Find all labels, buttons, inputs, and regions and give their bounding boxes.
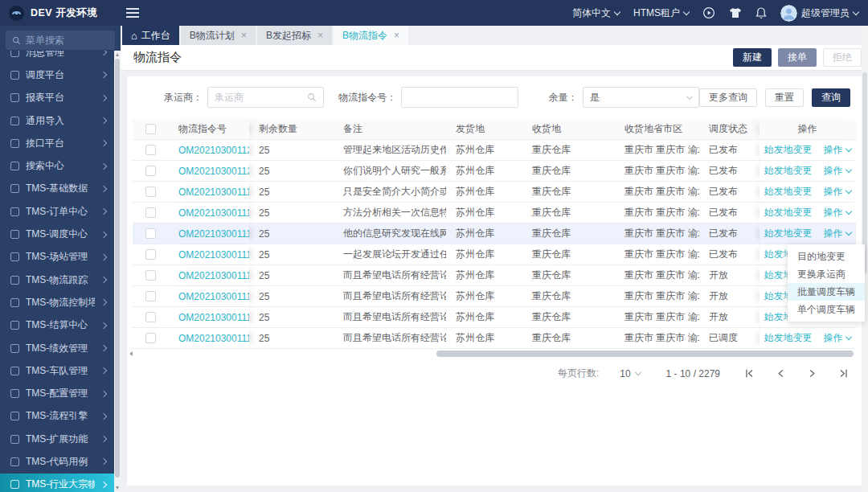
instruction-no-link[interactable]: OM202103001119 (178, 187, 249, 198)
dispatch-status-cell: 已发布 (699, 182, 760, 202)
user-menu[interactable]: 超级管理员 (780, 5, 858, 22)
sidebar-item-general-import[interactable]: 通用导入 (0, 109, 114, 132)
chevron-right-icon (100, 367, 107, 374)
instruction-no-link[interactable]: OM202103001113 (178, 312, 249, 323)
carrier-input[interactable]: 承运商 (207, 87, 324, 108)
row-more-actions-link[interactable]: 操作 (824, 227, 851, 240)
scroll-up-icon[interactable] (116, 53, 119, 56)
sidebar-item-tms-bulk-logistics[interactable]: TMS-行业大宗物流 (0, 474, 114, 492)
dropdown-item[interactable]: 单个调度车辆 (788, 301, 865, 318)
sidebar-item-tms-config-mgmt[interactable]: TMS-配置管理 (0, 382, 114, 404)
row-more-actions-link[interactable]: 操作 (824, 143, 851, 157)
sidebar-scrollbar[interactable] (114, 51, 121, 492)
row-more-actions-link[interactable]: 操作 (824, 164, 851, 178)
close-icon[interactable]: × (394, 30, 399, 41)
row-checkbox[interactable] (145, 166, 156, 176)
guide-play-icon[interactable] (702, 6, 715, 19)
prev-page-button[interactable] (776, 368, 786, 379)
instruction-no-link[interactable]: OM202103001116 (178, 249, 249, 260)
row-more-actions-link[interactable]: 操作 (824, 185, 851, 199)
sidebar-scroll-handle[interactable] (115, 59, 120, 478)
row-checkbox[interactable] (145, 249, 156, 260)
rows-per-page-select[interactable]: 10 (620, 368, 640, 379)
origin-change-link[interactable]: 始发地变更 (764, 164, 813, 178)
chevron-right-icon (100, 186, 107, 192)
instruction-no-link[interactable]: OM202103001121 (178, 145, 249, 156)
select-all-checkbox[interactable] (145, 124, 156, 134)
instruction-no-link[interactable]: OM202103001117 (178, 228, 249, 240)
query-button[interactable]: 查询 (812, 88, 850, 107)
row-checkbox[interactable] (145, 291, 156, 301)
origin-change-link[interactable]: 始发地变更 (764, 185, 813, 199)
tab-2[interactable]: B发起招标× (257, 26, 332, 45)
remain-select[interactable]: 是 (583, 87, 699, 108)
sidebar-item-tms-control-tower[interactable]: TMS-物流控制塔 (0, 291, 114, 314)
origin-change-link[interactable]: 始发地变更 (764, 331, 813, 345)
reset-button[interactable]: 重置 (765, 88, 804, 107)
row-checkbox[interactable] (145, 228, 156, 239)
first-page-button[interactable] (744, 368, 755, 379)
theme-skin-icon[interactable] (729, 7, 742, 18)
row-more-actions-link[interactable]: 操作 (824, 331, 851, 345)
dropdown-item[interactable]: 目的地变更 (788, 248, 865, 265)
close-icon[interactable]: × (317, 30, 323, 41)
row-checkbox-cell (133, 203, 169, 223)
vertical-scroll-handle[interactable] (862, 72, 867, 273)
sidebar-item-tms-fleet-mgmt[interactable]: TMS-车队管理 (0, 359, 114, 382)
tab-1[interactable]: B物流计划× (181, 26, 256, 45)
dropdown-item[interactable]: 批量调度车辆 (788, 283, 865, 301)
scroll-left-icon[interactable] (129, 351, 133, 356)
horizontal-scroll-handle[interactable] (436, 351, 854, 357)
origin-change-link[interactable]: 始发地变更 (764, 143, 813, 157)
language-select[interactable]: 简体中文 (572, 6, 620, 20)
reject-button[interactable]: 拒绝 (823, 48, 862, 67)
sidebar-item-report-platform[interactable]: 报表平台 (0, 87, 114, 109)
sidebar-item-tms-order-center[interactable]: TMS-订单中心 (0, 200, 114, 223)
sidebar-item-tms-dispatch-center[interactable]: TMS-调度中心 (0, 223, 114, 245)
sidebar-item-tms-logistics-tracking[interactable]: TMS-物流跟踪 (0, 269, 114, 291)
row-more-actions-link[interactable]: 操作 (824, 206, 851, 219)
sidebar-item-dispatch-platform[interactable]: 调度平台 (0, 64, 114, 86)
collapse-sidebar-icon[interactable] (126, 8, 139, 18)
sidebar-item-interface-platform[interactable]: 接口平台 (0, 132, 114, 154)
row-checkbox[interactable] (145, 207, 156, 218)
accept-order-button[interactable]: 接单 (778, 48, 817, 67)
more-query-button[interactable]: 更多查询 (699, 88, 757, 107)
sidebar-item-tms-process-engine[interactable]: TMS-流程引擎 (0, 405, 114, 428)
sidebar-item-search-center[interactable]: 搜索中心 (0, 154, 114, 177)
instruction-no-input[interactable] (401, 87, 518, 108)
tab-3[interactable]: B物流指令× (334, 26, 408, 45)
instruction-no-link[interactable]: OM202103001112 (178, 333, 249, 344)
sidebar-item-tms-extension[interactable]: TMS-扩展功能 (0, 428, 114, 450)
instruction-no-link[interactable]: OM202103001114 (178, 291, 249, 302)
instruction-no-cell: OM202103001119 (169, 182, 249, 202)
sidebar-item-tms-code-case[interactable]: TMS-代码用例 (0, 450, 114, 473)
sidebar-item-label: TMS-结算中心 (26, 318, 95, 332)
sidebar-item-tms-basic-data[interactable]: TMS-基础数据 (0, 178, 114, 200)
row-checkbox[interactable] (145, 270, 156, 281)
instruction-no-link[interactable]: OM202103001120 (178, 166, 249, 177)
sidebar-item-tms-performance-mgmt[interactable]: TMS-绩效管理 (0, 337, 114, 359)
origin-change-link[interactable]: 始发地变更 (764, 206, 813, 219)
close-icon[interactable]: × (241, 30, 247, 41)
origin-change-link[interactable]: 始发地变更 (764, 227, 813, 240)
row-checkbox[interactable] (145, 145, 156, 155)
create-button[interactable]: 新建 (733, 48, 772, 67)
menu-search-input[interactable]: 菜单搜索 (6, 31, 115, 50)
last-page-button[interactable] (838, 368, 849, 379)
instruction-no-link[interactable]: OM202103001115 (178, 270, 249, 281)
tenant-select[interactable]: HTMS租户 (633, 6, 689, 20)
sidebar-item-tms-settlement-center[interactable]: TMS-结算中心 (0, 314, 114, 337)
row-checkbox[interactable] (145, 333, 156, 343)
destination-cell: 重庆仓库 (522, 265, 615, 285)
horizontal-scrollbar[interactable] (133, 351, 856, 357)
scroll-down-icon[interactable] (116, 486, 119, 490)
tab-0[interactable]: ⌂工作台 (122, 26, 179, 45)
sidebar-item-tms-station-mgmt[interactable]: TMS-场站管理 (0, 246, 114, 269)
notifications-bell-icon[interactable] (755, 7, 767, 19)
next-page-button[interactable] (807, 368, 817, 379)
row-checkbox[interactable] (145, 312, 156, 322)
instruction-no-link[interactable]: OM202103001118 (178, 207, 249, 219)
dropdown-item[interactable]: 更换承运商 (788, 265, 865, 283)
row-checkbox[interactable] (145, 187, 156, 197)
